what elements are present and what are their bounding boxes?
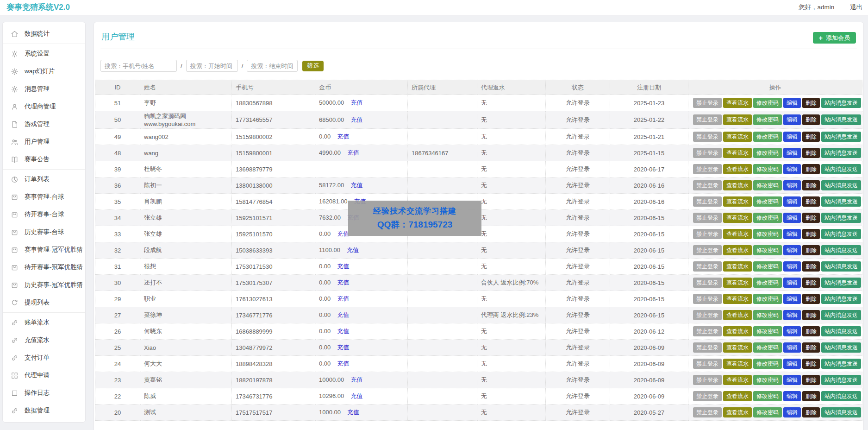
ban-login-button[interactable]: 禁止登录 bbox=[693, 359, 722, 369]
edit-button[interactable]: 编辑 bbox=[783, 326, 801, 337]
delete-button[interactable]: 删除 bbox=[802, 342, 820, 353]
ban-login-button[interactable]: 禁止登录 bbox=[693, 213, 722, 223]
change-password-button[interactable]: 修改密码 bbox=[753, 229, 782, 240]
recharge-link[interactable]: 充值 bbox=[337, 328, 349, 335]
change-password-button[interactable]: 修改密码 bbox=[753, 391, 782, 402]
recharge-link[interactable]: 充值 bbox=[337, 230, 349, 237]
edit-button[interactable]: 编辑 bbox=[783, 229, 801, 240]
sidebar-item-game-management[interactable]: 游戏管理 bbox=[3, 115, 85, 133]
view-flow-button[interactable]: 查看流水 bbox=[723, 310, 752, 321]
recharge-link[interactable]: 充值 bbox=[337, 279, 349, 286]
view-flow-button[interactable]: 查看流水 bbox=[723, 132, 752, 142]
send-message-button[interactable]: 站内消息发送 bbox=[821, 213, 861, 223]
send-message-button[interactable]: 站内消息发送 bbox=[821, 310, 861, 321]
view-flow-button[interactable]: 查看流水 bbox=[723, 114, 752, 125]
edit-button[interactable]: 编辑 bbox=[783, 180, 801, 191]
ban-login-button[interactable]: 禁止登录 bbox=[693, 196, 722, 207]
sidebar-item-data-stats[interactable]: 数据统计 bbox=[3, 25, 85, 43]
sidebar-item-agent-applications[interactable]: 代理申请 bbox=[3, 367, 85, 384]
delete-button[interactable]: 删除 bbox=[802, 196, 820, 207]
recharge-link[interactable]: 充值 bbox=[347, 247, 359, 253]
ban-login-button[interactable]: 禁止登录 bbox=[693, 294, 722, 304]
change-password-button[interactable]: 修改密码 bbox=[753, 196, 782, 207]
edit-button[interactable]: 编辑 bbox=[783, 132, 801, 142]
recharge-link[interactable]: 充值 bbox=[350, 182, 362, 189]
add-member-button[interactable]: + 添加会员 bbox=[813, 32, 856, 44]
edit-button[interactable]: 编辑 bbox=[783, 375, 801, 386]
recharge-link[interactable]: 充值 bbox=[350, 99, 362, 106]
delete-button[interactable]: 删除 bbox=[802, 310, 820, 321]
edit-button[interactable]: 编辑 bbox=[783, 114, 801, 125]
sidebar-item-bill-flow[interactable]: 账单流水 bbox=[3, 314, 85, 331]
delete-button[interactable]: 删除 bbox=[802, 132, 820, 142]
ban-login-button[interactable]: 禁止登录 bbox=[693, 278, 722, 288]
delete-button[interactable]: 删除 bbox=[802, 407, 820, 418]
ban-login-button[interactable]: 禁止登录 bbox=[693, 342, 722, 353]
view-flow-button[interactable]: 查看流水 bbox=[723, 229, 752, 240]
change-password-button[interactable]: 修改密码 bbox=[753, 407, 782, 418]
send-message-button[interactable]: 站内消息发送 bbox=[821, 114, 861, 125]
sidebar-item-order-list[interactable]: 订单列表 bbox=[3, 171, 85, 188]
delete-button[interactable]: 删除 bbox=[802, 148, 820, 158]
sidebar-item-match-mgmt-champion[interactable]: 赛事管理-冠军优胜猜 bbox=[3, 241, 85, 259]
sidebar-item-wap-slides[interactable]: wap幻灯片 bbox=[3, 63, 85, 80]
sidebar-item-message-management[interactable]: 消息管理 bbox=[3, 80, 85, 98]
edit-button[interactable]: 编辑 bbox=[783, 213, 801, 223]
delete-button[interactable]: 删除 bbox=[802, 375, 820, 386]
sidebar-item-data-management[interactable]: 数据管理 bbox=[3, 402, 85, 419]
view-flow-button[interactable]: 查看流水 bbox=[723, 342, 752, 353]
delete-button[interactable]: 删除 bbox=[802, 229, 820, 240]
send-message-button[interactable]: 站内消息发送 bbox=[821, 391, 861, 402]
view-flow-button[interactable]: 查看流水 bbox=[723, 148, 752, 158]
view-flow-button[interactable]: 查看流水 bbox=[723, 294, 752, 304]
send-message-button[interactable]: 站内消息发送 bbox=[821, 375, 861, 386]
send-message-button[interactable]: 站内消息发送 bbox=[821, 148, 861, 158]
send-message-button[interactable]: 站内消息发送 bbox=[821, 245, 861, 256]
view-flow-button[interactable]: 查看流水 bbox=[723, 278, 752, 288]
change-password-button[interactable]: 修改密码 bbox=[753, 294, 782, 304]
recharge-link[interactable]: 充值 bbox=[350, 116, 362, 123]
sidebar-item-match-mgmt-billiards[interactable]: 赛事管理-台球 bbox=[3, 188, 85, 206]
sidebar-item-upcoming-champion[interactable]: 待开赛事-冠军优胜猜 bbox=[3, 259, 85, 276]
sidebar-item-history-champion[interactable]: 历史赛事-冠军优胜猜 bbox=[3, 276, 85, 294]
edit-button[interactable]: 编辑 bbox=[783, 310, 801, 321]
view-flow-button[interactable]: 查看流水 bbox=[723, 407, 752, 418]
delete-button[interactable]: 删除 bbox=[802, 359, 820, 369]
change-password-button[interactable]: 修改密码 bbox=[753, 132, 782, 142]
search-end-time-input[interactable] bbox=[247, 60, 298, 72]
send-message-button[interactable]: 站内消息发送 bbox=[821, 407, 861, 418]
sidebar-item-system-settings[interactable]: 系统设置 bbox=[3, 45, 85, 63]
change-password-button[interactable]: 修改密码 bbox=[753, 114, 782, 125]
edit-button[interactable]: 编辑 bbox=[783, 164, 801, 175]
search-start-time-input[interactable] bbox=[186, 60, 238, 72]
ban-login-button[interactable]: 禁止登录 bbox=[693, 245, 722, 256]
sidebar-item-agent-management[interactable]: 代理商管理 bbox=[3, 98, 85, 115]
view-flow-button[interactable]: 查看流水 bbox=[723, 180, 752, 191]
sidebar-item-operation-logs[interactable]: 操作日志 bbox=[3, 384, 85, 402]
delete-button[interactable]: 删除 bbox=[802, 180, 820, 191]
send-message-button[interactable]: 站内消息发送 bbox=[821, 278, 861, 288]
view-flow-button[interactable]: 查看流水 bbox=[723, 261, 752, 272]
edit-button[interactable]: 编辑 bbox=[783, 342, 801, 353]
filter-button[interactable]: 筛选 bbox=[302, 61, 324, 71]
view-flow-button[interactable]: 查看流水 bbox=[723, 326, 752, 337]
change-password-button[interactable]: 修改密码 bbox=[753, 180, 782, 191]
change-password-button[interactable]: 修改密码 bbox=[753, 98, 782, 108]
recharge-link[interactable]: 充值 bbox=[337, 133, 349, 140]
send-message-button[interactable]: 站内消息发送 bbox=[821, 326, 861, 337]
change-password-button[interactable]: 修改密码 bbox=[753, 375, 782, 386]
edit-button[interactable]: 编辑 bbox=[783, 148, 801, 158]
change-password-button[interactable]: 修改密码 bbox=[753, 310, 782, 321]
send-message-button[interactable]: 站内消息发送 bbox=[821, 164, 861, 175]
recharge-link[interactable]: 充值 bbox=[347, 149, 359, 156]
send-message-button[interactable]: 站内消息发送 bbox=[821, 98, 861, 108]
send-message-button[interactable]: 站内消息发送 bbox=[821, 229, 861, 240]
send-message-button[interactable]: 站内消息发送 bbox=[821, 180, 861, 191]
ban-login-button[interactable]: 禁止登录 bbox=[693, 310, 722, 321]
delete-button[interactable]: 删除 bbox=[802, 114, 820, 125]
recharge-link[interactable]: 充值 bbox=[350, 376, 362, 383]
recharge-link[interactable]: 充值 bbox=[337, 263, 349, 270]
change-password-button[interactable]: 修改密码 bbox=[753, 359, 782, 369]
change-password-button[interactable]: 修改密码 bbox=[753, 342, 782, 353]
edit-button[interactable]: 编辑 bbox=[783, 261, 801, 272]
